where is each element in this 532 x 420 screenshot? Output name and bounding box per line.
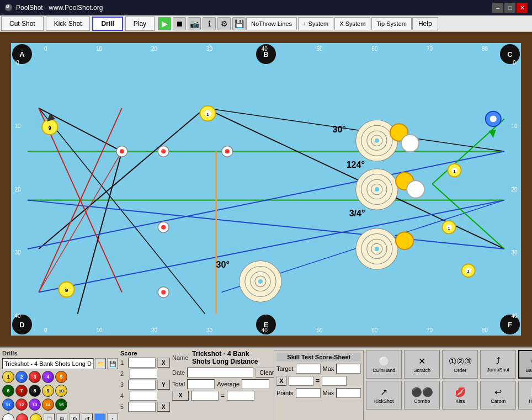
- score-label: Score: [120, 350, 170, 357]
- carom-thumb[interactable]: ↩ Carom: [480, 381, 516, 410]
- ball-8[interactable]: 8: [29, 385, 41, 397]
- kiss-thumb[interactable]: 💋 Kiss: [442, 381, 478, 410]
- color-icon[interactable]: [94, 413, 105, 420]
- scratch-thumb[interactable]: ✕ Scratch: [404, 350, 440, 379]
- ball-14[interactable]: 14: [42, 398, 54, 411]
- close-button[interactable]: ✕: [517, 3, 528, 13]
- cut-shot-button[interactable]: Cut Shot: [1, 17, 44, 31]
- target-input[interactable]: [296, 364, 321, 374]
- total-row: Total Average: [172, 379, 272, 389]
- points-max-input[interactable]: [336, 388, 361, 398]
- ball-1[interactable]: 1: [2, 371, 14, 383]
- ball-4[interactable]: 4: [42, 371, 54, 383]
- total-input[interactable]: [187, 379, 215, 389]
- ball-10[interactable]: 10: [55, 385, 67, 397]
- refresh-icon[interactable]: ↺: [82, 413, 93, 420]
- yellow-ball[interactable]: [30, 413, 42, 420]
- svg-point-22: [375, 139, 379, 143]
- arrow-up-icon[interactable]: ↑: [107, 413, 118, 420]
- red-ball[interactable]: [16, 413, 28, 420]
- stop-icon[interactable]: ⏹: [173, 17, 186, 30]
- help-button[interactable]: Help: [412, 17, 438, 30]
- score-num-5: 5: [120, 403, 126, 410]
- points-label: Points: [276, 390, 294, 396]
- bank-shot-thumb[interactable]: 🎱 BankShot: [518, 350, 532, 379]
- combo-thumb[interactable]: ⚫⚫ Combo: [404, 381, 440, 410]
- x-input[interactable]: [191, 391, 219, 401]
- skill-test-title: Skill Test Score-Sheet: [276, 353, 361, 361]
- play-icon[interactable]: ▶: [158, 17, 171, 30]
- drill-folder-icon[interactable]: 📁: [95, 358, 106, 369]
- score-row-3: 3 Y: [120, 380, 170, 390]
- drill-button[interactable]: Drill: [92, 17, 123, 31]
- date-row: Date Clear ✕: [172, 368, 272, 378]
- no-throw-lines-button[interactable]: NoThrow Lines: [246, 17, 297, 30]
- score-input-4[interactable]: [130, 391, 157, 401]
- x-button-1[interactable]: X: [157, 358, 170, 368]
- svg-point-50: [120, 149, 124, 153]
- ruler-top: 01020304050607080: [44, 44, 488, 53]
- ball-6[interactable]: 6: [2, 385, 14, 397]
- tip-system-button[interactable]: Tip System: [371, 17, 412, 30]
- x-button-bottom[interactable]: X: [172, 391, 189, 401]
- app-icon: 🎱: [4, 4, 13, 12]
- kick-shot-thumb[interactable]: ↗ KickShot: [366, 381, 402, 410]
- ball-13[interactable]: 13: [29, 398, 41, 411]
- ball-3[interactable]: 3: [29, 371, 41, 383]
- average-input[interactable]: [242, 379, 269, 389]
- skill-result-input[interactable]: [322, 376, 347, 386]
- svg-text:9: 9: [49, 125, 52, 131]
- date-label: Date: [172, 369, 185, 376]
- ball-12[interactable]: 12: [15, 398, 28, 411]
- name-label: Name: [172, 354, 190, 361]
- svg-point-49: [225, 149, 230, 153]
- x-button-5[interactable]: X: [157, 402, 170, 412]
- max-input-1[interactable]: [336, 364, 361, 374]
- points-input[interactable]: [296, 388, 321, 398]
- svg-point-52: [161, 290, 166, 295]
- ball-2[interactable]: 2: [15, 371, 28, 383]
- table-container: 01020304050607080 01020304050607080 0102…: [0, 32, 532, 347]
- x-row: X =: [172, 391, 272, 401]
- svg-text:1: 1: [206, 112, 209, 117]
- table-svg: 30° 124° 3/4° 30° 1/2: [11, 43, 521, 336]
- order-thumb[interactable]: ①②③ Order: [442, 350, 478, 379]
- maximize-button[interactable]: □: [504, 3, 515, 13]
- ball-9[interactable]: 9: [42, 385, 54, 397]
- bottom-panel: Drills 📁 💾 1 2 3 4 5 6 7 8 9 10 11 12 13…: [0, 347, 532, 420]
- score-input-3[interactable]: [128, 380, 156, 390]
- grid-icon[interactable]: ⊞: [56, 413, 67, 420]
- info-icon[interactable]: ℹ: [203, 17, 216, 30]
- cue-ball[interactable]: [2, 413, 14, 420]
- score-input-1[interactable]: [128, 358, 156, 368]
- pool-table[interactable]: 01020304050607080 01020304050607080 0102…: [4, 36, 528, 342]
- angle-30-bottom: 30°: [216, 260, 230, 269]
- score-input-5[interactable]: [128, 402, 156, 412]
- ball-5[interactable]: 5: [55, 371, 67, 383]
- skill-x-input[interactable]: [289, 376, 313, 386]
- result-input[interactable]: [227, 391, 254, 401]
- x-system-button[interactable]: X System: [334, 17, 370, 30]
- ball-7[interactable]: 7: [15, 385, 28, 397]
- settings-icon[interactable]: ⚙: [217, 17, 231, 30]
- plus-system-button[interactable]: + System: [298, 17, 333, 30]
- copy-icon[interactable]: 📋: [44, 413, 55, 420]
- skill-x-button[interactable]: X: [276, 376, 286, 386]
- save-icon[interactable]: 💾: [232, 17, 246, 30]
- kick-shot-button[interactable]: Kick Shot: [46, 17, 91, 31]
- ball-11[interactable]: 11: [2, 398, 14, 411]
- camera-icon[interactable]: 📷: [188, 17, 201, 30]
- play-button[interactable]: Play: [125, 17, 155, 31]
- y-button[interactable]: Y: [157, 380, 170, 390]
- date-input[interactable]: [187, 368, 253, 378]
- cb-in-hand-thumb[interactable]: ⚪ CBinHand: [366, 350, 402, 379]
- ball-15[interactable]: 15: [55, 398, 67, 411]
- jump-shot-thumb[interactable]: ⤴ JumpShot: [480, 350, 516, 379]
- settings-small-icon[interactable]: ⚙: [69, 413, 80, 420]
- drill-save-icon[interactable]: 💾: [107, 358, 118, 369]
- drill-name-input[interactable]: [2, 358, 94, 369]
- hit-rail-thumb[interactable]: ⬜ HitRail: [518, 381, 532, 410]
- minimize-button[interactable]: –: [492, 3, 503, 13]
- score-input-2[interactable]: [130, 369, 157, 379]
- equals-sign: =: [221, 392, 225, 400]
